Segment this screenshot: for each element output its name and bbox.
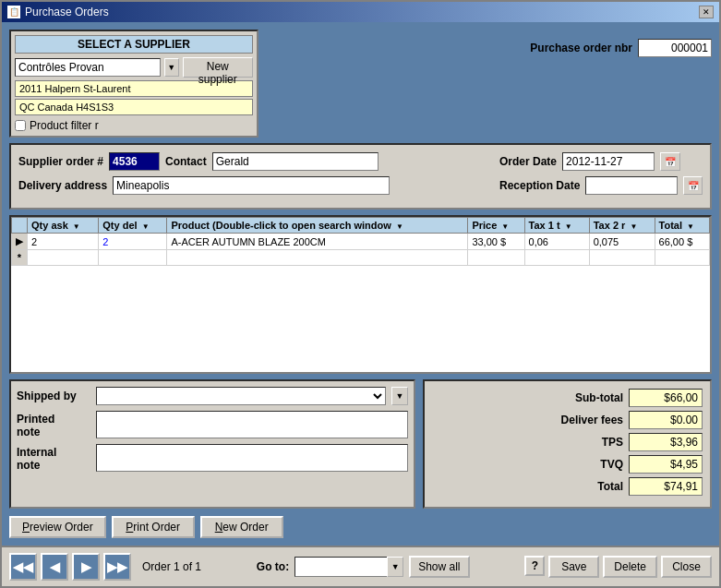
tax1-header[interactable]: Tax 1 t ▼ bbox=[524, 218, 589, 234]
deliver-fees-label: Deliver fees bbox=[549, 414, 623, 426]
help-button[interactable]: ? bbox=[524, 556, 545, 576]
footer-left: ◀◀ ◀ ▶ ▶▶ Order 1 of 1 bbox=[9, 553, 201, 581]
purchase-orders-window: 📋 Purchase Orders ✕ SELECT A SUPPLIER ▼ … bbox=[0, 0, 721, 588]
supplier-order-input[interactable] bbox=[109, 152, 160, 171]
delete-button[interactable]: Delete bbox=[603, 556, 657, 578]
new-tax1[interactable] bbox=[524, 250, 589, 266]
order-info: Order 1 of 1 bbox=[142, 560, 201, 573]
supplier-dropdown-btn[interactable]: ▼ bbox=[164, 58, 179, 77]
goto-input[interactable] bbox=[294, 557, 387, 577]
qty-ask-header[interactable]: Qty ask ▼ bbox=[28, 218, 99, 234]
total-cell: 66,00 $ bbox=[655, 234, 709, 250]
tax2-header[interactable]: Tax 2 r ▼ bbox=[589, 218, 655, 234]
delivery-label: Delivery address bbox=[18, 179, 107, 192]
new-qty-ask[interactable] bbox=[28, 250, 99, 266]
save-button[interactable]: Save bbox=[548, 556, 599, 578]
supplier-order-label: Supplier order # bbox=[18, 155, 103, 168]
printed-note-textarea[interactable] bbox=[96, 411, 408, 438]
new-price[interactable] bbox=[468, 250, 524, 266]
internal-note-row: Internalnote bbox=[17, 444, 408, 472]
qty-del-header[interactable]: Qty del ▼ bbox=[99, 218, 167, 234]
form-right: Order Date 📅 Reception Date 📅 bbox=[499, 152, 703, 200]
qty-ask-cell: 2 bbox=[28, 234, 99, 250]
reception-date-label: Reception Date bbox=[499, 179, 580, 192]
reception-date-row: Reception Date 📅 bbox=[499, 176, 703, 195]
top-section: SELECT A SUPPLIER ▼ New supplier 2011 Ha… bbox=[9, 30, 712, 138]
print-order-button[interactable]: Print Order bbox=[112, 516, 195, 538]
tax2-cell: 0,075 bbox=[589, 234, 655, 250]
product-filter-checkbox[interactable] bbox=[15, 120, 26, 131]
bottom-section: Shipped by ▼ Printednote Internalnote Su… bbox=[9, 379, 712, 509]
order-date-row: Order Date 📅 bbox=[499, 152, 703, 171]
row-indicator: ▶ bbox=[12, 234, 28, 250]
internal-note-textarea[interactable] bbox=[96, 444, 408, 472]
nav-last-button[interactable]: ▶▶ bbox=[103, 553, 131, 581]
goto-dropdown-btn[interactable]: ▼ bbox=[387, 557, 403, 577]
grand-total-label: Total bbox=[549, 480, 623, 493]
grand-total-value: $74,91 bbox=[629, 477, 703, 496]
price-header[interactable]: Price ▼ bbox=[468, 218, 524, 234]
product-header[interactable]: Product (Double-click to open search win… bbox=[167, 218, 468, 234]
order-items-table: Qty ask ▼ Qty del ▼ Product (Double-clic… bbox=[9, 215, 712, 374]
product-filter-label: Product filter r bbox=[30, 119, 99, 132]
tvq-value: $4,95 bbox=[629, 455, 703, 474]
subtotal-label: Sub-total bbox=[549, 391, 623, 404]
new-qty-del[interactable] bbox=[99, 250, 167, 266]
items-table: Qty ask ▼ Qty del ▼ Product (Double-clic… bbox=[11, 217, 710, 266]
new-tax2[interactable] bbox=[589, 250, 655, 266]
nav-prev-button[interactable]: ◀ bbox=[41, 553, 68, 581]
action-buttons: Preview Order Print Order New Order bbox=[9, 516, 712, 538]
shipped-by-select[interactable] bbox=[96, 387, 386, 405]
tps-row: TPS $3,96 bbox=[432, 433, 703, 451]
total-header[interactable]: Total ▼ bbox=[655, 218, 709, 234]
supplier-select-input[interactable] bbox=[15, 58, 161, 77]
new-product[interactable] bbox=[167, 250, 468, 266]
delivery-row: Delivery address bbox=[18, 176, 492, 195]
reception-date-input[interactable] bbox=[585, 176, 678, 195]
new-total[interactable] bbox=[655, 250, 709, 266]
shipped-section: Shipped by ▼ Printednote Internalnote bbox=[9, 379, 415, 509]
tax1-cell: 0,06 bbox=[524, 234, 589, 250]
nav-first-button[interactable]: ◀◀ bbox=[9, 553, 37, 581]
supplier-dropdown-row: ▼ New supplier bbox=[15, 57, 253, 78]
title-bar-close-button[interactable]: ✕ bbox=[699, 6, 714, 18]
printed-note-label: Printednote bbox=[17, 411, 90, 438]
product-cell[interactable]: A-ACER AUTUMN BLAZE 200CM bbox=[167, 234, 468, 250]
printed-note-row: Printednote bbox=[17, 411, 408, 438]
window-icon: 📋 bbox=[7, 6, 20, 18]
new-supplier-button[interactable]: New supplier bbox=[183, 57, 254, 78]
goto-section: Go to: ▼ Show all bbox=[257, 556, 470, 578]
footer: ◀◀ ◀ ▶ ▶▶ Order 1 of 1 Go to: ▼ Show all… bbox=[2, 546, 719, 586]
po-number-input[interactable] bbox=[638, 39, 712, 57]
deliver-fees-row: Deliver fees $0.00 bbox=[432, 411, 703, 429]
new-row-indicator: * bbox=[12, 250, 28, 266]
subtotal-row: Sub-total $66,00 bbox=[432, 389, 703, 407]
supplier-city-line: QC Canada H4S1S3 bbox=[15, 99, 253, 115]
totals-section: Sub-total $66,00 Deliver fees $0.00 TPS … bbox=[423, 379, 712, 509]
goto-label: Go to: bbox=[257, 560, 289, 573]
form-left: Supplier order # Contact Delivery addres… bbox=[18, 152, 492, 200]
supplier-box-title: SELECT A SUPPLIER bbox=[15, 35, 253, 54]
tps-label: TPS bbox=[549, 436, 623, 449]
preview-order-button[interactable]: Preview Order bbox=[9, 516, 106, 538]
show-all-button[interactable]: Show all bbox=[409, 556, 469, 578]
internal-note-label: Internalnote bbox=[17, 444, 90, 472]
supplier-order-row: Supplier order # Contact bbox=[18, 152, 492, 171]
shipped-dropdown-btn[interactable]: ▼ bbox=[391, 387, 408, 405]
tvq-label: TVQ bbox=[549, 458, 623, 471]
form-section: Supplier order # Contact Delivery addres… bbox=[9, 143, 712, 210]
new-order-button[interactable]: New Order bbox=[200, 516, 283, 538]
deliver-fees-value: $0.00 bbox=[629, 411, 703, 429]
supplier-box: SELECT A SUPPLIER ▼ New supplier 2011 Ha… bbox=[9, 30, 258, 138]
main-content: SELECT A SUPPLIER ▼ New supplier 2011 Ha… bbox=[2, 22, 719, 546]
order-date-input[interactable] bbox=[562, 152, 655, 171]
delivery-input[interactable] bbox=[113, 176, 390, 195]
nav-next-button[interactable]: ▶ bbox=[72, 553, 100, 581]
contact-input[interactable] bbox=[212, 152, 379, 171]
tvq-row: TVQ $4,95 bbox=[432, 455, 703, 474]
reception-date-calendar-btn[interactable]: 📅 bbox=[683, 176, 703, 195]
close-button[interactable]: Close bbox=[661, 556, 712, 578]
title-bar-left: 📋 Purchase Orders bbox=[7, 6, 109, 18]
order-date-calendar-btn[interactable]: 📅 bbox=[660, 152, 680, 171]
subtotal-value: $66,00 bbox=[629, 389, 703, 407]
